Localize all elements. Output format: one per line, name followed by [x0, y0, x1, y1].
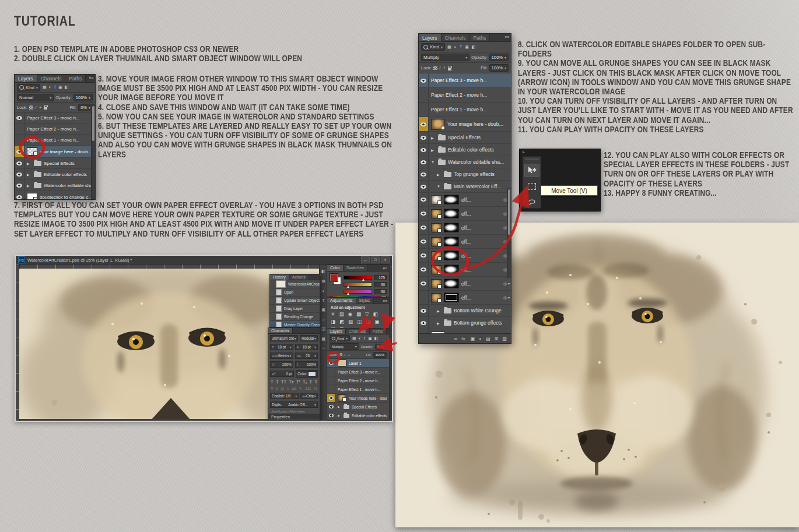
tab-color[interactable]: Color	[327, 265, 344, 271]
layer-row-body[interactable]: eff...	[429, 223, 503, 232]
layer-thumbnail[interactable]	[431, 195, 441, 205]
layer-visibility-toggle[interactable]	[419, 235, 429, 248]
lock-position-icon[interactable]: +	[38, 105, 42, 110]
layer-row-body[interactable]: Paper Effect 3 - move h...	[24, 115, 95, 121]
layer-row[interactable]: Paper Effect 2 - move h...	[419, 88, 511, 103]
layer-visibility-toggle[interactable]	[15, 191, 24, 200]
layer-row-body[interactable]: eff...	[429, 195, 503, 205]
layer-row[interactable]: ▶Special Effects	[15, 158, 95, 169]
expand-triangle-icon[interactable]: ▶	[338, 414, 341, 417]
layer-row-body[interactable]: eff...	[429, 251, 503, 260]
layer-row-body[interactable]: ▶Top grunge effects	[429, 171, 511, 177]
tab-actions[interactable]: Actions	[289, 274, 309, 280]
expand-triangle-icon[interactable]: ▶	[27, 161, 31, 165]
history-state[interactable]: Open	[270, 288, 320, 297]
maximize-button[interactable]: □	[371, 256, 380, 263]
type-layer-filter-icon[interactable]: T	[363, 336, 366, 341]
type-style-button[interactable]: T¹	[296, 379, 300, 385]
layer-row-body[interactable]: Paper Effect 2 - move h...	[24, 126, 95, 132]
expand-triangle-icon[interactable]: ▶	[338, 405, 341, 408]
layer-row-body[interactable]: Paper Effect 3 - move h...	[429, 77, 511, 83]
layer-mask-thumbnail[interactable]	[444, 251, 459, 260]
layer-row-body[interactable]: eff...	[429, 265, 503, 274]
baseline-shift-field[interactable]: Aª0 pt	[270, 371, 294, 377]
layer-visibility-toggle[interactable]	[15, 146, 24, 157]
expand-triangle-icon[interactable]: ▶	[431, 148, 436, 152]
leading-field[interactable]: A18 pt▾	[295, 344, 318, 350]
layer-row-body[interactable]: ▶Watercolor editable sha...	[24, 183, 95, 188]
layer-row-body[interactable]: ▶Special Effects	[429, 135, 511, 140]
opentype-button[interactable]: ½	[314, 386, 317, 391]
red-slider[interactable]: 175	[344, 275, 387, 280]
clone-source-panel-icon[interactable]: ◫	[321, 327, 325, 332]
opacity-field[interactable]: 100%▾	[73, 94, 93, 101]
layer-row-body[interactable]: Paper Effect 2 - move h...	[335, 379, 389, 383]
invert-icon[interactable]: ◪	[366, 319, 370, 325]
font-family-select[interactable]: ultimatum gro...▾	[270, 335, 298, 341]
navigator-panel-icon[interactable]: ◧	[321, 269, 325, 274]
layer-visibility-toggle[interactable]	[419, 73, 429, 87]
tab-channels[interactable]: Channels	[37, 75, 66, 82]
layer-thumbnail[interactable]	[431, 265, 441, 274]
layer-row[interactable]: eff...◎▾	[419, 235, 511, 249]
layer-row-body[interactable]: ▶Editable color effects	[24, 172, 95, 177]
fill-field[interactable]: 100%	[373, 352, 387, 358]
shape-layer-filter-icon[interactable]: ▣	[464, 45, 469, 50]
tab-layers[interactable]: Layers	[327, 329, 346, 334]
layer-row[interactable]: ▶Bottom White Grunge	[419, 305, 511, 317]
layer-thumbnail[interactable]	[338, 394, 346, 401]
layer-row[interactable]: Paper Effect 3 - move h...	[327, 368, 389, 376]
opacity-field[interactable]: 50%	[375, 344, 387, 350]
layer-mask-thumbnail[interactable]	[444, 265, 459, 274]
layer-row[interactable]: your image here - doub...	[15, 146, 95, 158]
type-style-button[interactable]: TT	[281, 379, 286, 385]
panel-menu-icon[interactable]: ▾≡	[381, 265, 389, 271]
styles-panel-icon[interactable]: ▣	[321, 308, 325, 312]
move-tool-button[interactable]	[524, 164, 539, 177]
pixel-layer-filter-icon[interactable]: ▦	[42, 85, 47, 90]
blue-slider[interactable]: 30	[344, 289, 387, 294]
expand-triangle-icon[interactable]: ▶	[437, 309, 441, 313]
channels-panel-icon[interactable]: ▦	[321, 337, 325, 341]
opentype-button[interactable]: ᴀ	[287, 386, 289, 391]
layer-visibility-toggle[interactable]	[15, 124, 24, 134]
adjustment-layer-filter-icon[interactable]: ◐	[358, 336, 362, 341]
hue-saturation-icon[interactable]: ◧	[373, 311, 378, 317]
lock-position-icon[interactable]: +	[348, 353, 351, 357]
paths-panel-icon[interactable]: ~	[322, 347, 324, 351]
layer-row[interactable]: ▼Main Watercolor Eff...	[419, 181, 511, 193]
history-state[interactable]: Master Opacity Change	[270, 321, 320, 327]
layer-row[interactable]: Paper Effect 3 - move h...	[419, 73, 511, 88]
opacity-field[interactable]: 100%▾	[489, 54, 509, 61]
layer-row-body[interactable]: Paper Effect 1 - move h...	[335, 387, 389, 392]
layer-row[interactable]: Your image here - doub...	[327, 394, 389, 403]
layer-visibility-toggle[interactable]	[419, 103, 429, 117]
layer-row[interactable]: doubleclick to change c...	[15, 191, 95, 200]
opentype-button[interactable]: 1st	[305, 386, 311, 391]
layer-visibility-toggle[interactable]	[419, 221, 429, 234]
exposure-icon[interactable]: ▦	[356, 311, 361, 317]
vibrance-icon[interactable]: ▽	[365, 311, 369, 317]
rectangular-marquee-tool-button[interactable]	[525, 181, 539, 193]
tab-adjustments[interactable]: Adjustments	[327, 298, 356, 304]
tab-channels[interactable]: Channels	[441, 34, 470, 41]
layer-visibility-toggle[interactable]	[327, 368, 335, 376]
brightness-contrast-icon[interactable]: ☀	[331, 311, 335, 317]
opentype-button[interactable]: st	[281, 386, 284, 391]
layer-thumbnail[interactable]	[27, 193, 37, 200]
posterize-icon[interactable]: ▣	[374, 319, 379, 325]
shape-layer-filter-icon[interactable]: ▣	[367, 336, 373, 341]
layer-visibility-toggle[interactable]	[327, 385, 335, 393]
layer-row[interactable]: ▼Watercolor editable sha...	[419, 156, 511, 168]
layer-thumbnail[interactable]	[431, 223, 441, 232]
new-layer-icon[interactable]: ⊞	[495, 336, 499, 341]
layer-visibility-toggle[interactable]	[419, 144, 429, 156]
layer-row-body[interactable]: ▶Editable color effects	[335, 414, 389, 418]
scrollbar[interactable]	[91, 104, 95, 199]
layer-visibility-toggle[interactable]	[419, 291, 429, 304]
pixel-layer-filter-icon[interactable]: ▦	[447, 45, 452, 50]
curves-icon[interactable]: ◉	[348, 311, 352, 317]
layer-row[interactable]: ▶Special Effects	[419, 132, 511, 144]
layer-row[interactable]: ▶Bottom grunge effects	[419, 317, 511, 329]
layer-row-body[interactable]: ▼Watercolor editable sha...	[429, 159, 511, 165]
